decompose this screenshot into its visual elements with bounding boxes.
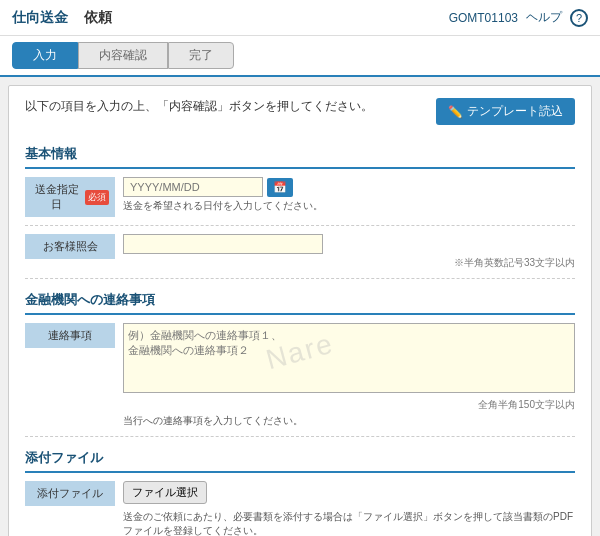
form-row-attachment: 添付ファイル ファイル選択 送金のご依頼にあたり、必要書類を添付する場合は「ファ… (25, 481, 575, 536)
header-title: 仕向送金 依頼 (12, 9, 112, 27)
attachment-label: 添付ファイル (25, 481, 115, 506)
contact-textarea[interactable] (123, 323, 575, 393)
title-part1: 仕向送金 (12, 9, 68, 27)
attachment-content: ファイル選択 送金のご依頼にあたり、必要書類を添付する場合は「ファイル選択」ボタ… (115, 481, 575, 536)
contact-hint: 当行への連絡事項を入力してください。 (123, 414, 575, 428)
attachment-hint: 送金のご依頼にあたり、必要書類を添付する場合は「ファイル選択」ボタンを押して該当… (123, 510, 575, 536)
template-pencil-icon: ✏️ (448, 105, 463, 119)
system-code: GOMT01103 (449, 11, 518, 25)
contact-note: 全角半角150文字以内 (123, 398, 575, 412)
customer-note: ※半角英数記号33文字以内 (123, 256, 575, 270)
file-select-button[interactable]: ファイル選択 (123, 481, 207, 504)
calendar-icon[interactable]: 📅 (267, 178, 293, 197)
template-load-button[interactable]: ✏️ テンプレート読込 (436, 98, 575, 125)
customer-input[interactable] (123, 234, 323, 254)
help-link[interactable]: ヘルプ (526, 9, 562, 26)
help-icon[interactable]: ? (570, 9, 588, 27)
contact-section-title: 金融機関への連絡事項 (25, 291, 575, 315)
steps-bar: 入力 内容確認 完了 (0, 36, 600, 77)
step-complete[interactable]: 完了 (168, 42, 234, 69)
main-content: ✏️ テンプレート読込 以下の項目を入力の上、「内容確認」ボタンを押してください… (8, 85, 592, 536)
header-right: GOMT01103 ヘルプ ? (449, 9, 588, 27)
basic-info-section-title: 基本情報 (25, 145, 575, 169)
customer-content: ※半角英数記号33文字以内 (115, 234, 575, 270)
customer-label: お客様照会 (25, 234, 115, 259)
contact-label: 連絡事項 (25, 323, 115, 348)
step-confirm[interactable]: 内容確認 (78, 42, 168, 69)
form-row-contact: 連絡事項 全角半角150文字以内 当行への連絡事項を入力してください。 (25, 323, 575, 437)
title-part2: 依頼 (84, 9, 112, 27)
date-hint: 送金を希望される日付を入力してください。 (123, 199, 575, 213)
header: 仕向送金 依頼 GOMT01103 ヘルプ ? (0, 0, 600, 36)
date-content: 📅 送金を希望される日付を入力してください。 (115, 177, 575, 213)
step-input[interactable]: 入力 (12, 42, 78, 69)
date-input[interactable] (123, 177, 263, 197)
contact-content: 全角半角150文字以内 当行への連絡事項を入力してください。 (115, 323, 575, 428)
attachment-section-title: 添付ファイル (25, 449, 575, 473)
form-row-date: 送金指定日 必須 📅 送金を希望される日付を入力してください。 (25, 177, 575, 226)
required-badge: 必須 (85, 190, 109, 205)
form-row-customer: お客様照会 ※半角英数記号33文字以内 (25, 234, 575, 279)
date-label: 送金指定日 必須 (25, 177, 115, 217)
